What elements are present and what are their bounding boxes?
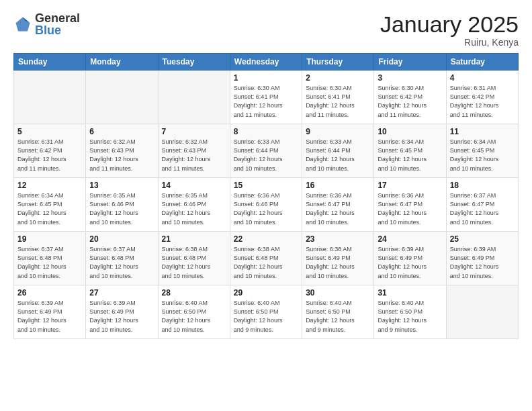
day-cell: 4Sunrise: 6:31 AM Sunset: 6:42 PM Daylig… [446, 71, 518, 124]
day-number: 19 [17, 234, 82, 244]
header: General Blue January 2025 Ruiru, Kenya [13, 12, 519, 48]
week-row-4: 19Sunrise: 6:37 AM Sunset: 6:48 PM Dayli… [14, 232, 519, 285]
logo-text: General Blue [35, 12, 80, 36]
day-cell: 30Sunrise: 6:40 AM Sunset: 6:50 PM Dayli… [302, 285, 374, 339]
day-number: 27 [89, 288, 154, 298]
calendar-title: January 2025 [380, 12, 519, 37]
day-info: Sunrise: 6:39 AM Sunset: 6:49 PM Dayligh… [378, 245, 442, 280]
day-number: 29 [234, 288, 298, 298]
day-cell: 24Sunrise: 6:39 AM Sunset: 6:49 PM Dayli… [374, 232, 446, 285]
day-cell: 13Sunrise: 6:35 AM Sunset: 6:46 PM Dayli… [86, 178, 158, 232]
day-number: 22 [234, 234, 298, 244]
day-cell [446, 285, 518, 339]
day-number: 6 [89, 127, 154, 136]
day-info: Sunrise: 6:36 AM Sunset: 6:47 PM Dayligh… [306, 191, 370, 226]
logo: General Blue [13, 12, 80, 36]
day-cell: 15Sunrise: 6:36 AM Sunset: 6:46 PM Dayli… [230, 178, 302, 232]
day-info: Sunrise: 6:34 AM Sunset: 6:45 PM Dayligh… [378, 138, 442, 173]
day-info: Sunrise: 6:39 AM Sunset: 6:49 PM Dayligh… [89, 299, 154, 334]
day-number: 1 [234, 73, 298, 83]
week-row-5: 26Sunrise: 6:39 AM Sunset: 6:49 PM Dayli… [14, 285, 519, 339]
weekday-header-friday: Friday [374, 54, 446, 71]
day-cell: 8Sunrise: 6:33 AM Sunset: 6:44 PM Daylig… [230, 124, 302, 178]
day-cell: 2Sunrise: 6:30 AM Sunset: 6:41 PM Daylig… [302, 71, 374, 124]
day-info: Sunrise: 6:30 AM Sunset: 6:41 PM Dayligh… [306, 84, 370, 119]
day-cell: 22Sunrise: 6:38 AM Sunset: 6:48 PM Dayli… [230, 232, 302, 285]
weekday-header-thursday: Thursday [302, 54, 374, 71]
logo-blue-text: Blue [35, 24, 80, 36]
day-info: Sunrise: 6:37 AM Sunset: 6:48 PM Dayligh… [17, 245, 82, 280]
day-info: Sunrise: 6:40 AM Sunset: 6:50 PM Dayligh… [234, 299, 298, 334]
week-row-2: 5Sunrise: 6:31 AM Sunset: 6:42 PM Daylig… [14, 124, 519, 178]
day-number: 15 [234, 181, 298, 190]
day-number: 18 [450, 181, 515, 190]
weekday-header-wednesday: Wednesday [230, 54, 302, 71]
day-info: Sunrise: 6:30 AM Sunset: 6:42 PM Dayligh… [378, 84, 442, 119]
day-number: 23 [306, 234, 370, 244]
day-number: 13 [89, 181, 154, 190]
day-cell: 16Sunrise: 6:36 AM Sunset: 6:47 PM Dayli… [302, 178, 374, 232]
day-number: 11 [450, 127, 515, 136]
day-number: 17 [378, 181, 442, 190]
day-info: Sunrise: 6:32 AM Sunset: 6:43 PM Dayligh… [162, 138, 226, 173]
day-cell: 6Sunrise: 6:32 AM Sunset: 6:43 PM Daylig… [86, 124, 158, 178]
day-info: Sunrise: 6:36 AM Sunset: 6:47 PM Dayligh… [378, 191, 442, 226]
day-info: Sunrise: 6:36 AM Sunset: 6:46 PM Dayligh… [234, 191, 298, 226]
day-number: 2 [306, 73, 370, 83]
weekday-header-row: SundayMondayTuesdayWednesdayThursdayFrid… [14, 54, 519, 71]
day-number: 8 [234, 127, 298, 136]
day-cell: 1Sunrise: 6:30 AM Sunset: 6:41 PM Daylig… [230, 71, 302, 124]
day-info: Sunrise: 6:40 AM Sunset: 6:50 PM Dayligh… [306, 299, 370, 334]
day-info: Sunrise: 6:39 AM Sunset: 6:49 PM Dayligh… [450, 245, 515, 280]
svg-marker-0 [16, 17, 30, 32]
day-number: 3 [378, 73, 442, 83]
day-info: Sunrise: 6:38 AM Sunset: 6:49 PM Dayligh… [306, 245, 370, 280]
day-number: 9 [306, 127, 370, 136]
day-info: Sunrise: 6:31 AM Sunset: 6:42 PM Dayligh… [17, 138, 82, 173]
day-number: 21 [162, 234, 226, 244]
day-number: 24 [378, 234, 442, 244]
day-cell: 17Sunrise: 6:36 AM Sunset: 6:47 PM Dayli… [374, 178, 446, 232]
calendar-table: SundayMondayTuesdayWednesdayThursdayFrid… [13, 53, 519, 339]
day-cell: 26Sunrise: 6:39 AM Sunset: 6:49 PM Dayli… [14, 285, 86, 339]
day-cell: 21Sunrise: 6:38 AM Sunset: 6:48 PM Dayli… [158, 232, 230, 285]
day-cell [158, 71, 230, 124]
day-cell [14, 71, 86, 124]
day-info: Sunrise: 6:34 AM Sunset: 6:45 PM Dayligh… [450, 138, 515, 173]
day-number: 14 [162, 181, 226, 190]
day-cell: 29Sunrise: 6:40 AM Sunset: 6:50 PM Dayli… [230, 285, 302, 339]
day-cell: 27Sunrise: 6:39 AM Sunset: 6:49 PM Dayli… [86, 285, 158, 339]
week-row-3: 12Sunrise: 6:34 AM Sunset: 6:45 PM Dayli… [14, 178, 519, 232]
day-number: 20 [89, 234, 154, 244]
weekday-header-monday: Monday [86, 54, 158, 71]
day-info: Sunrise: 6:33 AM Sunset: 6:44 PM Dayligh… [234, 138, 298, 173]
day-info: Sunrise: 6:35 AM Sunset: 6:46 PM Dayligh… [162, 191, 226, 226]
day-cell: 12Sunrise: 6:34 AM Sunset: 6:45 PM Dayli… [14, 178, 86, 232]
page: General Blue January 2025 Ruiru, Kenya S… [0, 0, 532, 411]
weekday-header-saturday: Saturday [446, 54, 518, 71]
day-info: Sunrise: 6:38 AM Sunset: 6:48 PM Dayligh… [162, 245, 226, 280]
day-info: Sunrise: 6:39 AM Sunset: 6:49 PM Dayligh… [17, 299, 82, 334]
day-info: Sunrise: 6:35 AM Sunset: 6:46 PM Dayligh… [89, 191, 154, 226]
day-cell [86, 71, 158, 124]
day-info: Sunrise: 6:31 AM Sunset: 6:42 PM Dayligh… [450, 84, 515, 119]
day-cell: 19Sunrise: 6:37 AM Sunset: 6:48 PM Dayli… [14, 232, 86, 285]
calendar-subtitle: Ruiru, Kenya [380, 37, 519, 48]
day-info: Sunrise: 6:37 AM Sunset: 6:47 PM Dayligh… [450, 191, 515, 226]
day-cell: 31Sunrise: 6:40 AM Sunset: 6:50 PM Dayli… [374, 285, 446, 339]
day-info: Sunrise: 6:34 AM Sunset: 6:45 PM Dayligh… [17, 191, 82, 226]
day-cell: 25Sunrise: 6:39 AM Sunset: 6:49 PM Dayli… [446, 232, 518, 285]
day-number: 26 [17, 288, 82, 298]
day-cell: 18Sunrise: 6:37 AM Sunset: 6:47 PM Dayli… [446, 178, 518, 232]
day-info: Sunrise: 6:33 AM Sunset: 6:44 PM Dayligh… [306, 138, 370, 173]
title-block: January 2025 Ruiru, Kenya [380, 12, 519, 48]
day-cell: 9Sunrise: 6:33 AM Sunset: 6:44 PM Daylig… [302, 124, 374, 178]
weekday-header-sunday: Sunday [14, 54, 86, 71]
day-cell: 28Sunrise: 6:40 AM Sunset: 6:50 PM Dayli… [158, 285, 230, 339]
day-cell: 10Sunrise: 6:34 AM Sunset: 6:45 PM Dayli… [374, 124, 446, 178]
day-info: Sunrise: 6:30 AM Sunset: 6:41 PM Dayligh… [234, 84, 298, 119]
day-number: 12 [17, 181, 82, 190]
logo-general-text: General [35, 12, 80, 24]
day-cell: 23Sunrise: 6:38 AM Sunset: 6:49 PM Dayli… [302, 232, 374, 285]
day-info: Sunrise: 6:40 AM Sunset: 6:50 PM Dayligh… [162, 299, 226, 334]
